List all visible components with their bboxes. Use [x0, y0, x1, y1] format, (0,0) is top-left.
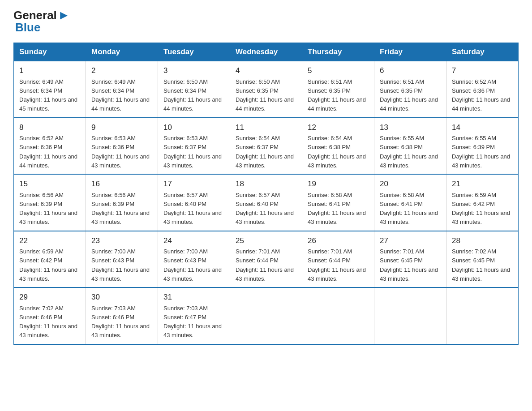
day-info: Sunrise: 6:50 AMSunset: 6:35 PMDaylight:… [236, 78, 294, 112]
day-info: Sunrise: 6:50 AMSunset: 6:34 PMDaylight:… [163, 78, 222, 112]
calendar-week-row: 29Sunrise: 7:02 AMSunset: 6:46 PMDayligh… [14, 287, 519, 344]
day-info: Sunrise: 6:55 AMSunset: 6:39 PMDaylight:… [452, 135, 510, 169]
calendar-cell: 15Sunrise: 6:56 AMSunset: 6:39 PMDayligh… [14, 174, 86, 231]
calendar-cell: 29Sunrise: 7:02 AMSunset: 6:46 PMDayligh… [14, 287, 86, 344]
day-number: 31 [163, 291, 224, 303]
day-number: 3 [163, 65, 224, 77]
calendar-cell: 17Sunrise: 6:57 AMSunset: 6:40 PMDayligh… [158, 174, 230, 231]
calendar-cell [302, 287, 374, 344]
day-info: Sunrise: 7:00 AMSunset: 6:43 PMDaylight:… [163, 248, 222, 282]
day-number: 30 [91, 291, 152, 303]
calendar-cell: 16Sunrise: 6:56 AMSunset: 6:39 PMDayligh… [86, 174, 158, 231]
day-number: 10 [163, 122, 224, 133]
day-number: 13 [380, 122, 441, 133]
logo-arrow-icon: ► [58, 9, 70, 21]
day-info: Sunrise: 6:53 AMSunset: 6:36 PMDaylight:… [91, 135, 150, 169]
calendar-cell [446, 287, 519, 344]
calendar-cell: 21Sunrise: 6:59 AMSunset: 6:42 PMDayligh… [446, 174, 519, 231]
calendar-cell: 3Sunrise: 6:50 AMSunset: 6:34 PMDaylight… [158, 61, 230, 118]
calendar-cell: 2Sunrise: 6:49 AMSunset: 6:34 PMDaylight… [86, 61, 158, 118]
calendar-cell: 31Sunrise: 7:03 AMSunset: 6:47 PMDayligh… [158, 287, 230, 344]
weekday-header-friday: Friday [374, 43, 446, 61]
calendar-cell [230, 287, 302, 344]
weekday-header-sunday: Sunday [14, 43, 86, 61]
page-header: General ► Blue [13, 9, 519, 34]
weekday-header-thursday: Thursday [302, 43, 374, 61]
day-info: Sunrise: 6:54 AMSunset: 6:38 PMDaylight:… [308, 135, 366, 169]
day-number: 4 [236, 65, 296, 77]
weekday-header-wednesday: Wednesday [230, 43, 302, 61]
day-number: 2 [91, 65, 152, 77]
day-number: 9 [91, 122, 152, 133]
calendar-cell [374, 287, 446, 344]
day-info: Sunrise: 7:03 AMSunset: 6:47 PMDaylight:… [163, 305, 222, 339]
day-info: Sunrise: 6:49 AMSunset: 6:34 PMDaylight:… [19, 78, 77, 112]
calendar-week-row: 15Sunrise: 6:56 AMSunset: 6:39 PMDayligh… [14, 174, 519, 231]
calendar-cell: 1Sunrise: 6:49 AMSunset: 6:34 PMDaylight… [14, 61, 86, 118]
calendar-cell: 6Sunrise: 6:51 AMSunset: 6:35 PMDaylight… [374, 61, 446, 118]
day-number: 19 [308, 178, 369, 190]
calendar-cell: 9Sunrise: 6:53 AMSunset: 6:36 PMDaylight… [86, 118, 158, 175]
day-info: Sunrise: 6:49 AMSunset: 6:34 PMDaylight:… [91, 78, 150, 112]
day-info: Sunrise: 7:02 AMSunset: 6:46 PMDaylight:… [19, 305, 77, 339]
day-info: Sunrise: 6:51 AMSunset: 6:35 PMDaylight:… [380, 78, 438, 112]
calendar-cell: 23Sunrise: 7:00 AMSunset: 6:43 PMDayligh… [86, 231, 158, 288]
day-number: 6 [380, 65, 441, 77]
calendar-cell: 8Sunrise: 6:52 AMSunset: 6:36 PMDaylight… [14, 118, 86, 175]
day-number: 27 [380, 235, 441, 247]
day-number: 25 [236, 235, 296, 247]
weekday-header-saturday: Saturday [446, 43, 519, 61]
day-number: 12 [308, 122, 369, 133]
day-number: 24 [163, 235, 224, 247]
day-info: Sunrise: 6:58 AMSunset: 6:41 PMDaylight:… [380, 192, 438, 226]
day-number: 26 [308, 235, 369, 247]
day-number: 22 [19, 235, 80, 247]
day-info: Sunrise: 6:53 AMSunset: 6:37 PMDaylight:… [163, 135, 222, 169]
calendar-cell: 14Sunrise: 6:55 AMSunset: 6:39 PMDayligh… [446, 118, 519, 175]
day-info: Sunrise: 6:54 AMSunset: 6:37 PMDaylight:… [236, 135, 294, 169]
calendar-cell: 5Sunrise: 6:51 AMSunset: 6:35 PMDaylight… [302, 61, 374, 118]
day-info: Sunrise: 6:59 AMSunset: 6:42 PMDaylight:… [452, 192, 510, 226]
calendar-cell: 10Sunrise: 6:53 AMSunset: 6:37 PMDayligh… [158, 118, 230, 175]
calendar-table: SundayMondayTuesdayWednesdayThursdayFrid… [13, 43, 519, 345]
calendar-week-row: 22Sunrise: 6:59 AMSunset: 6:42 PMDayligh… [14, 231, 519, 288]
day-info: Sunrise: 7:01 AMSunset: 6:44 PMDaylight:… [236, 248, 294, 282]
calendar-cell: 19Sunrise: 6:58 AMSunset: 6:41 PMDayligh… [302, 174, 374, 231]
calendar-cell: 7Sunrise: 6:52 AMSunset: 6:36 PMDaylight… [446, 61, 519, 118]
weekday-header-row: SundayMondayTuesdayWednesdayThursdayFrid… [14, 43, 519, 61]
day-number: 16 [91, 178, 152, 190]
day-number: 29 [19, 291, 80, 303]
day-info: Sunrise: 7:03 AMSunset: 6:46 PMDaylight:… [91, 305, 150, 339]
day-number: 18 [236, 178, 296, 190]
weekday-header-monday: Monday [86, 43, 158, 61]
day-info: Sunrise: 6:52 AMSunset: 6:36 PMDaylight:… [452, 78, 510, 112]
calendar-cell: 27Sunrise: 7:01 AMSunset: 6:45 PMDayligh… [374, 231, 446, 288]
day-number: 28 [452, 235, 513, 247]
calendar-cell: 28Sunrise: 7:02 AMSunset: 6:45 PMDayligh… [446, 231, 519, 288]
day-number: 15 [19, 178, 80, 190]
day-info: Sunrise: 7:01 AMSunset: 6:45 PMDaylight:… [380, 248, 438, 282]
day-info: Sunrise: 6:51 AMSunset: 6:35 PMDaylight:… [308, 78, 366, 112]
day-info: Sunrise: 7:00 AMSunset: 6:43 PMDaylight:… [91, 248, 150, 282]
logo-general-text: General [13, 9, 57, 21]
day-info: Sunrise: 6:52 AMSunset: 6:36 PMDaylight:… [19, 135, 77, 169]
day-number: 23 [91, 235, 152, 247]
day-info: Sunrise: 6:58 AMSunset: 6:41 PMDaylight:… [308, 192, 366, 226]
calendar-cell: 30Sunrise: 7:03 AMSunset: 6:46 PMDayligh… [86, 287, 158, 344]
calendar-cell: 13Sunrise: 6:55 AMSunset: 6:38 PMDayligh… [374, 118, 446, 175]
weekday-header-tuesday: Tuesday [158, 43, 230, 61]
day-number: 11 [236, 122, 296, 133]
calendar-cell: 4Sunrise: 6:50 AMSunset: 6:35 PMDaylight… [230, 61, 302, 118]
day-info: Sunrise: 6:56 AMSunset: 6:39 PMDaylight:… [19, 192, 77, 226]
day-info: Sunrise: 7:02 AMSunset: 6:45 PMDaylight:… [452, 248, 510, 282]
day-number: 5 [308, 65, 369, 77]
day-info: Sunrise: 6:57 AMSunset: 6:40 PMDaylight:… [236, 192, 294, 226]
logo: General ► Blue [13, 9, 70, 34]
calendar-cell: 20Sunrise: 6:58 AMSunset: 6:41 PMDayligh… [374, 174, 446, 231]
day-info: Sunrise: 6:59 AMSunset: 6:42 PMDaylight:… [19, 248, 77, 282]
day-info: Sunrise: 6:55 AMSunset: 6:38 PMDaylight:… [380, 135, 438, 169]
calendar-week-row: 1Sunrise: 6:49 AMSunset: 6:34 PMDaylight… [14, 61, 519, 118]
calendar-cell: 22Sunrise: 6:59 AMSunset: 6:42 PMDayligh… [14, 231, 86, 288]
day-info: Sunrise: 6:57 AMSunset: 6:40 PMDaylight:… [163, 192, 222, 226]
day-number: 14 [452, 122, 513, 133]
